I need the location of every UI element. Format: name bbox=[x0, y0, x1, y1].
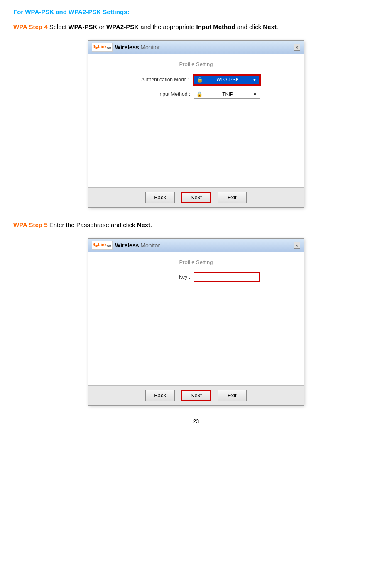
window-footer-2: Back Next Exit bbox=[88, 385, 304, 405]
logo-text-1: 4inLink101 bbox=[93, 44, 111, 50]
exit-btn-2[interactable]: Exit bbox=[218, 390, 247, 401]
auth-dropdown[interactable]: 🔒 WPA-PSK ▼ bbox=[194, 75, 260, 85]
spacer-1 bbox=[97, 103, 295, 178]
auth-value: WPA-PSK bbox=[216, 77, 239, 83]
section-title-2: Profile Setting bbox=[97, 259, 295, 265]
key-label: Key : bbox=[132, 274, 190, 280]
next-text-2: Next bbox=[137, 221, 151, 228]
window-body-1: Profile Setting Authentication Mode : 🔒 … bbox=[88, 54, 304, 187]
next-btn-1[interactable]: Next bbox=[181, 192, 211, 203]
title-2: Wireless Monitor bbox=[115, 242, 160, 249]
lock-icon-input: 🔒 bbox=[196, 91, 203, 97]
auth-arrow: ▼ bbox=[252, 78, 257, 82]
next-text-1: Next bbox=[263, 23, 277, 30]
input-dropdown-wrapper: 🔒 TKIP ▼ bbox=[194, 90, 260, 99]
window-body-2: Profile Setting Key : bbox=[88, 252, 304, 385]
auth-dropdown-wrapper: 🔒 WPA-PSK ▼ bbox=[193, 74, 261, 86]
title-wireless-1: Wireless bbox=[115, 44, 139, 51]
logo-1: 4inLink101 bbox=[92, 43, 113, 52]
title-1: Wireless Monitor bbox=[115, 44, 160, 51]
step4-label: WPA Step 4 bbox=[13, 23, 48, 30]
input-label: Input Method : bbox=[132, 91, 190, 97]
title-monitor-1: Monitor bbox=[139, 44, 160, 51]
step5-label: WPA Step 5 bbox=[13, 221, 48, 228]
close-btn-1[interactable]: ✕ bbox=[294, 44, 300, 51]
page-content: For WPA-PSK and WPA2-PSK Settings: WPA S… bbox=[13, 8, 379, 424]
next-btn-2[interactable]: Next bbox=[181, 390, 211, 401]
back-btn-2[interactable]: Back bbox=[145, 390, 175, 401]
lock-icon-auth: 🔒 bbox=[197, 77, 203, 83]
auth-label: Authentication Mode : bbox=[131, 77, 189, 83]
input-arrow: ▼ bbox=[253, 92, 257, 97]
input-dropdown[interactable]: 🔒 TKIP ▼ bbox=[194, 90, 260, 99]
step5-instruction: WPA Step 5 Enter the Passphrase and clic… bbox=[13, 220, 379, 230]
logo-text-2: 4inLink101 bbox=[93, 242, 111, 248]
titlebar-left-1: 4inLink101 Wireless Monitor bbox=[92, 43, 160, 52]
window-frame-2: 4inLink101 Wireless Monitor ✕ Profile Se… bbox=[88, 238, 304, 406]
window-frame-1: 4inLink101 Wireless Monitor ✕ Profile Se… bbox=[88, 40, 304, 208]
auth-mode-row: Authentication Mode : 🔒 WPA-PSK ▼ bbox=[97, 74, 295, 86]
section-title-1: Profile Setting bbox=[97, 61, 295, 67]
titlebar-1: 4inLink101 Wireless Monitor ✕ bbox=[88, 41, 304, 54]
key-input[interactable] bbox=[194, 272, 260, 282]
titlebar-2: 4inLink101 Wireless Monitor ✕ bbox=[88, 239, 304, 252]
title-monitor-2: Monitor bbox=[139, 242, 160, 249]
spacer-2 bbox=[97, 286, 295, 361]
page-number: 23 bbox=[13, 418, 379, 424]
close-btn-2[interactable]: ✕ bbox=[294, 242, 300, 249]
screenshot-2: 4inLink101 Wireless Monitor ✕ Profile Se… bbox=[13, 238, 379, 406]
screenshot-1: 4inLink101 Wireless Monitor ✕ Profile Se… bbox=[13, 40, 379, 208]
back-btn-1[interactable]: Back bbox=[145, 192, 175, 203]
window-footer-1: Back Next Exit bbox=[88, 187, 304, 207]
title-wireless-2: Wireless bbox=[115, 242, 139, 249]
logo-2: 4inLink101 bbox=[92, 241, 113, 250]
input-method-text: Input Method bbox=[196, 23, 235, 30]
wpa-psk-text: WPA-PSK bbox=[69, 23, 98, 30]
exit-btn-1[interactable]: Exit bbox=[218, 192, 247, 203]
main-heading: For WPA-PSK and WPA2-PSK Settings: bbox=[13, 8, 379, 15]
step4-instruction: WPA Step 4 Select WPA-PSK or WPA2-PSK an… bbox=[13, 22, 379, 32]
wpa2-psk-text: WPA2-PSK bbox=[106, 23, 139, 30]
input-value: TKIP bbox=[222, 91, 233, 97]
titlebar-left-2: 4inLink101 Wireless Monitor bbox=[92, 241, 160, 250]
input-method-row: Input Method : 🔒 TKIP ▼ bbox=[97, 90, 295, 99]
key-row: Key : bbox=[97, 272, 295, 282]
